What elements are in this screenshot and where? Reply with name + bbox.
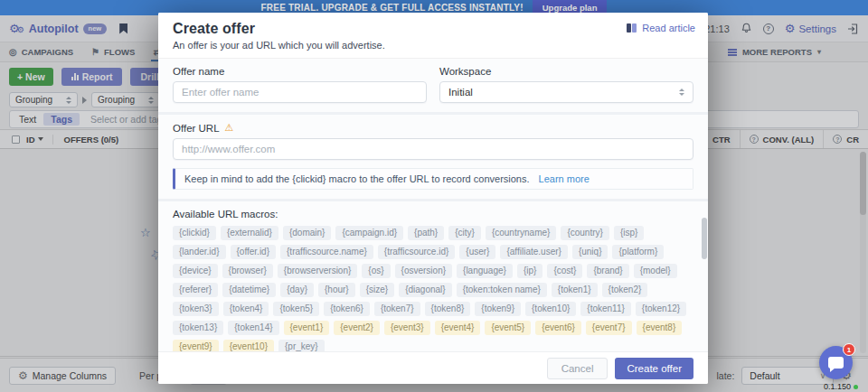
status-dot (854, 385, 858, 389)
modal-scrollbar-thumb[interactable] (702, 218, 707, 259)
offer-url-placeholder: http://www.offer.com (182, 144, 275, 154)
create-offer-button[interactable]: Create offer (615, 358, 693, 379)
read-article-label: Read article (642, 23, 695, 33)
macro-chip[interactable]: {country} (561, 226, 609, 240)
macro-chip[interactable]: {brand} (587, 264, 628, 278)
clickid-note: Keep in mind to add the {clickid} macro … (173, 168, 693, 190)
macro-chip[interactable]: {countryname} (486, 226, 557, 240)
macro-chip[interactable]: {trafficsource.name} (280, 245, 373, 259)
version-number: 0.1.150 (824, 382, 851, 391)
modal-body: Offer name Enter offer name Workspace In… (158, 58, 708, 351)
macro-chip[interactable]: {model} (634, 264, 677, 278)
clickid-note-text: Keep in mind to add the {clickid} macro … (184, 173, 530, 184)
macro-chip[interactable]: {trafficsource.id} (378, 245, 456, 259)
macro-chip[interactable]: {referer} (173, 283, 218, 297)
macro-chip[interactable]: {cost} (547, 264, 582, 278)
read-article-link[interactable]: Read article (627, 23, 695, 33)
workspace-select[interactable]: Initial (439, 81, 693, 103)
create-offer-modal: Create offer An offer is your ad URL whi… (158, 13, 708, 384)
macro-chip[interactable]: {user} (459, 245, 495, 259)
macro-chip[interactable]: {token10} (525, 302, 576, 316)
warning-icon: ⚠ (225, 122, 234, 134)
macro-chip[interactable]: {token8} (425, 302, 471, 316)
macro-chip[interactable]: {event4} (435, 321, 481, 335)
macro-chip[interactable]: {language} (457, 264, 513, 278)
macro-chip[interactable]: {isp} (614, 226, 644, 240)
macro-chip[interactable]: {token:token name} (457, 283, 547, 297)
macro-chip[interactable]: {event3} (384, 321, 430, 335)
upgrade-banner-text: FREE TRIAL. UPGRADE & GET FULL ACCESS IN… (261, 3, 524, 13)
macro-chip[interactable]: {size} (360, 283, 394, 297)
macros-label: Available URL macros: (173, 209, 693, 219)
macro-chip[interactable]: {token1} (552, 283, 598, 297)
macro-chip[interactable]: {path} (408, 226, 444, 240)
macro-chip[interactable]: {event7} (586, 321, 632, 335)
macro-chip[interactable]: {uniq} (572, 245, 609, 259)
modal-footer: Cancel Create offer (158, 351, 708, 384)
macro-chip[interactable]: {affiliate.user} (500, 245, 567, 259)
macro-chip[interactable]: {device} (173, 264, 218, 278)
macro-chip[interactable]: {token3} (173, 302, 219, 316)
offer-name-label: Offer name (173, 66, 427, 77)
book-icon (627, 23, 637, 33)
macro-chip[interactable]: {token5} (273, 302, 319, 316)
offer-name-placeholder: Enter offer name (182, 87, 259, 98)
chat-unread-badge: 1 (843, 343, 855, 356)
macro-chip[interactable]: {city} (448, 226, 481, 240)
modal-scrollbar[interactable] (702, 61, 707, 350)
offer-url-label: Offer URL (173, 123, 220, 134)
updown-icon (679, 89, 684, 96)
macro-chip[interactable]: {day} (280, 283, 314, 297)
workspace-label: Workspace (439, 66, 693, 77)
name-workspace-section: Offer name Enter offer name Workspace In… (158, 59, 708, 112)
macro-chip[interactable]: {platform} (612, 245, 664, 259)
macro-chip[interactable]: {event2} (334, 321, 380, 335)
macro-chip-list: {clickid}{externalid}{domain}{campaign.i… (173, 226, 693, 351)
macro-chip[interactable]: {ip} (517, 264, 542, 278)
macro-chip[interactable]: {event8} (637, 321, 683, 335)
macro-chip[interactable]: {clickid} (173, 226, 216, 240)
macro-chip[interactable]: {os} (362, 264, 390, 278)
macro-chip[interactable]: {browser} (222, 264, 273, 278)
macro-chip[interactable]: {token7} (374, 302, 420, 316)
macro-chip[interactable]: {event6} (535, 321, 581, 335)
macro-chip[interactable]: {domain} (283, 226, 331, 240)
macro-chip[interactable]: {token12} (636, 302, 686, 316)
macro-chip[interactable]: {pr_key} (278, 340, 325, 351)
modal-subtitle: An offer is your ad URL which you will a… (173, 40, 693, 51)
macro-chip[interactable]: {token11} (580, 302, 631, 316)
macro-chip[interactable]: {event9} (173, 340, 219, 351)
macro-chip[interactable]: {offer.id} (231, 245, 277, 259)
learn-more-link[interactable]: Learn more (539, 173, 590, 184)
macro-chip[interactable]: {token9} (475, 302, 521, 316)
macro-chip[interactable]: {browserversion} (278, 264, 357, 278)
macro-chip[interactable]: {event1} (284, 321, 330, 335)
macro-chip[interactable]: {event10} (223, 340, 274, 351)
macro-chip[interactable]: {token2} (602, 283, 648, 297)
macro-chip[interactable]: {datetime} (222, 283, 276, 297)
macro-chip[interactable]: {externalid} (221, 226, 278, 240)
macro-chip[interactable]: {token4} (223, 302, 269, 316)
macro-chip[interactable]: {token14} (228, 321, 278, 335)
cancel-button[interactable]: Cancel (547, 358, 609, 379)
macro-chip[interactable]: {campaign.id} (335, 226, 403, 240)
workspace-value: Initial (448, 87, 473, 98)
offer-name-input[interactable]: Enter offer name (173, 81, 427, 103)
chat-widget-button[interactable]: 1 (819, 346, 853, 379)
macro-chip[interactable]: {lander.id} (173, 245, 226, 259)
macro-chip[interactable]: {osversion} (395, 264, 452, 278)
macro-chip[interactable]: {token6} (324, 302, 370, 316)
macro-chip[interactable]: {token13} (173, 321, 223, 335)
modal-title: Create offer (173, 21, 693, 37)
version-label: 0.1.150 (824, 382, 858, 391)
macro-chip[interactable]: {diagonal} (399, 283, 452, 297)
macros-section: Available URL macros: {clickid}{external… (158, 201, 708, 351)
page: FREE TRIAL. UPGRADE & GET FULL ACCESS IN… (0, 0, 868, 392)
macro-chip[interactable]: {event5} (485, 321, 531, 335)
offer-url-section: Offer URL ⚠ http://www.offer.com Keep in… (158, 115, 708, 199)
modal-header: Create offer An offer is your ad URL whi… (158, 13, 708, 58)
macro-chip[interactable]: {hour} (318, 283, 355, 297)
offer-url-input[interactable]: http://www.offer.com (173, 138, 693, 160)
chat-bubble-icon (828, 357, 844, 369)
